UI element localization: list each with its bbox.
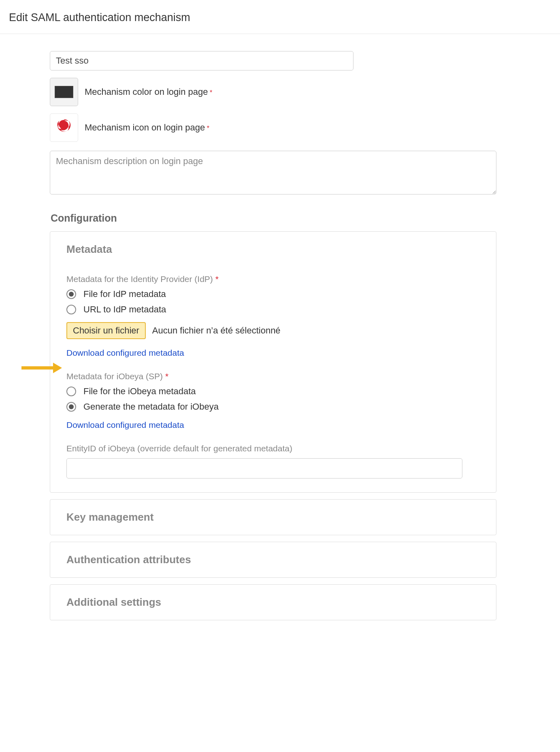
auth-attributes-panel[interactable]: Authentication attributes: [50, 542, 496, 578]
additional-settings-title: Additional settings: [66, 596, 480, 609]
required-marker: *: [210, 89, 212, 96]
icon-picker[interactable]: [50, 113, 78, 142]
sp-file-radio[interactable]: [66, 387, 76, 396]
sp-generate-radio[interactable]: [66, 402, 76, 412]
file-status-text: Aucun fichier n’a été sélectionné: [152, 325, 281, 336]
sp-file-radio-label: File for the iObeya metadata: [83, 386, 196, 397]
metadata-panel: Metadata Metadata for the Identity Provi…: [50, 231, 496, 493]
entity-id-input[interactable]: [66, 458, 462, 479]
sp-download-metadata-link[interactable]: Download configured metadata: [66, 420, 184, 430]
entity-id-label: EntityID of iObeya (override default for…: [66, 444, 480, 453]
description-textarea[interactable]: [50, 151, 496, 194]
mechanism-name-input[interactable]: [50, 51, 353, 70]
choose-file-button[interactable]: Choisir un fichier: [66, 322, 146, 339]
color-swatch-icon: [55, 86, 73, 98]
idp-file-radio[interactable]: [66, 289, 76, 299]
page-title: Edit SAML authentication mechanism: [9, 11, 560, 24]
required-marker: *: [165, 372, 168, 381]
color-picker[interactable]: [50, 78, 78, 106]
idp-download-metadata-link[interactable]: Download configured metadata: [66, 348, 184, 358]
sp-generate-radio-label: Generate the metadata for iObeya: [83, 402, 219, 412]
required-marker: *: [215, 274, 219, 284]
mechanism-logo-icon: [54, 118, 74, 138]
required-marker: *: [207, 125, 209, 132]
idp-url-radio-label: URL to IdP metadata: [83, 304, 166, 315]
icon-label: Mechanism icon on login page: [85, 122, 205, 132]
key-management-title: Key management: [66, 511, 480, 523]
idp-metadata-label: Metadata for the Identity Provider (IdP): [66, 274, 213, 284]
auth-attributes-title: Authentication attributes: [66, 553, 480, 566]
sp-metadata-label: Metadata for iObeya (SP): [66, 372, 163, 381]
color-label: Mechanism color on login page: [85, 87, 208, 97]
idp-url-radio[interactable]: [66, 305, 76, 314]
configuration-heading: Configuration: [51, 212, 400, 224]
idp-file-radio-label: File for IdP metadata: [83, 289, 166, 299]
key-management-panel[interactable]: Key management: [50, 499, 496, 535]
additional-settings-panel[interactable]: Additional settings: [50, 584, 496, 620]
metadata-panel-title: Metadata: [66, 243, 480, 256]
